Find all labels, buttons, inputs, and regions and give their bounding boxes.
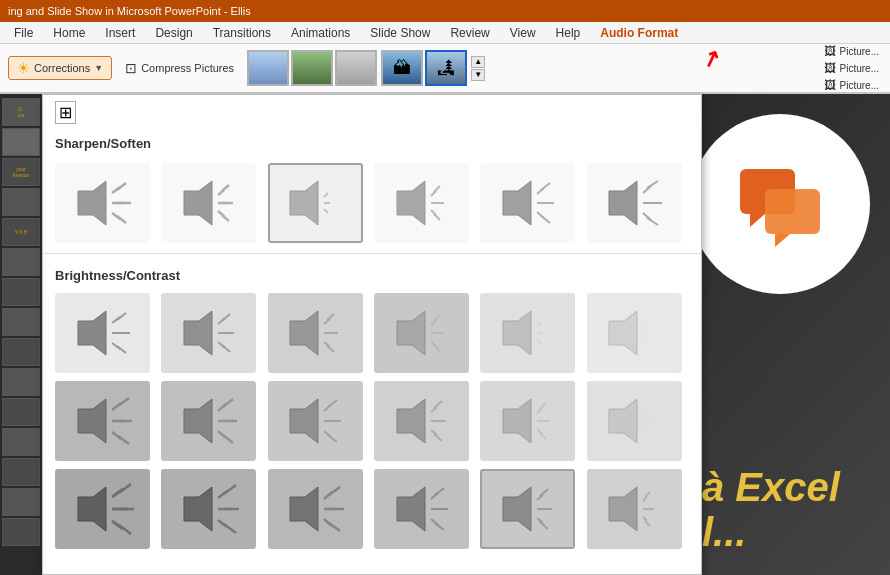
svg-line-36	[647, 181, 658, 188]
picture-icon-3: 🖼	[824, 78, 836, 92]
scroll-up[interactable]: ▲	[471, 56, 485, 68]
svg-marker-14	[290, 181, 318, 225]
bc3-icon-1[interactable]	[161, 469, 256, 549]
compress-icon: ⊡	[125, 60, 137, 76]
scroll-down[interactable]: ▼	[471, 69, 485, 81]
bc3-icon-2[interactable]	[268, 469, 363, 549]
picture-link-1[interactable]: 🖼 Picture...	[821, 43, 882, 59]
thumb-2[interactable]	[291, 50, 333, 86]
bc-icon-0[interactable]	[55, 293, 150, 373]
ss-icon-3[interactable]	[374, 163, 469, 243]
ribbon-right: 🖼 Picture... 🖼 Picture... 🖼 Picture...	[821, 43, 882, 93]
landscape-thumb-container: 🏔 🏞	[381, 50, 467, 86]
slide-thumb-15[interactable]	[2, 518, 40, 546]
svg-line-155	[645, 521, 650, 526]
ss-icon-0[interactable]	[55, 163, 150, 243]
slide-thumb-3[interactable]: yourfinance	[2, 158, 40, 186]
svg-marker-0	[78, 181, 106, 225]
slide-thumb-5[interactable]: Y-S B	[2, 218, 40, 246]
svg-line-13	[222, 215, 229, 221]
menu-bar: File Home Insert Design Transitions Anim…	[0, 22, 890, 44]
slide-thumb-2[interactable]	[2, 128, 40, 156]
bc3-icon-5[interactable]	[587, 469, 682, 549]
slide-thumb-1[interactable]: Gca	[2, 98, 40, 126]
menu-help[interactable]: Help	[546, 22, 591, 43]
red-arrow-indicator: ↗	[698, 44, 724, 75]
ss-icon-2[interactable]	[268, 163, 363, 243]
slide-thumb-14[interactable]	[2, 488, 40, 516]
menu-design[interactable]: Design	[145, 22, 202, 43]
ribbon: ☀ Corrections ▼ ⊡ Compress Pictures 🏔 🏞 …	[0, 44, 890, 94]
corrections-button[interactable]: ☀ Corrections ▼	[8, 56, 112, 80]
svg-marker-46	[184, 311, 212, 355]
svg-marker-128	[290, 487, 318, 531]
ss-icon-1[interactable]	[161, 163, 256, 243]
brightness-grid-row1	[43, 289, 701, 377]
menu-view[interactable]: View	[500, 22, 546, 43]
ss-icon-4[interactable]	[480, 163, 575, 243]
menu-audio-format[interactable]: Audio Format	[590, 22, 688, 43]
menu-slideshow[interactable]: Slide Show	[360, 22, 440, 43]
slide-edit-area: à Excel l...	[702, 94, 890, 575]
slide-thumb-11[interactable]	[2, 398, 40, 426]
bc-icon-5[interactable]	[587, 293, 682, 373]
bc3-icon-3[interactable]	[374, 469, 469, 549]
slide-thumb-7[interactable]	[2, 278, 40, 306]
slide-thumb-13[interactable]	[2, 458, 40, 486]
picture-link-2[interactable]: 🖼 Picture...	[821, 60, 882, 76]
slide-thumb-9[interactable]	[2, 338, 40, 366]
slide-panel: Gca yourfinance Y-S B	[0, 94, 42, 575]
bc2-icon-2[interactable]	[268, 381, 363, 461]
svg-line-109	[540, 433, 546, 439]
landscape-2-selected[interactable]: 🏞	[425, 50, 467, 86]
bc3-icon-4-selected[interactable]	[480, 469, 575, 549]
svg-marker-53	[290, 311, 318, 355]
menu-home[interactable]: Home	[43, 22, 95, 43]
svg-line-15	[324, 193, 328, 197]
bc2-icon-5[interactable]	[587, 381, 682, 461]
slide-thumb-12[interactable]	[2, 428, 40, 456]
svg-marker-75	[78, 399, 106, 443]
title-text: ing and Slide Show in Microsoft PowerPoi…	[8, 5, 251, 17]
svg-line-43	[117, 313, 126, 320]
compress-pictures-button[interactable]: ⊡ Compress Pictures	[116, 56, 243, 80]
svg-line-4	[117, 183, 126, 190]
bc2-icon-1[interactable]	[161, 381, 256, 461]
ss-icon-5[interactable]	[587, 163, 682, 243]
bc3-icon-0[interactable]	[55, 469, 150, 549]
svg-line-45	[117, 346, 126, 353]
thumb-1[interactable]	[247, 50, 289, 86]
slide-thumb-10[interactable]	[2, 368, 40, 396]
menu-insert[interactable]: Insert	[95, 22, 145, 43]
svg-line-95	[328, 435, 337, 442]
bc-icon-2[interactable]	[268, 293, 363, 373]
menu-file[interactable]: File	[4, 22, 43, 43]
slide-thumb-4[interactable]	[2, 188, 40, 216]
svg-line-6	[117, 216, 126, 223]
svg-marker-60	[397, 311, 425, 355]
svg-line-141	[435, 523, 444, 530]
svg-marker-103	[503, 399, 531, 443]
slide-circle	[702, 114, 870, 294]
bc2-icon-0[interactable]	[55, 381, 150, 461]
bc-icon-1[interactable]	[161, 293, 256, 373]
picture-link-3[interactable]: 🖼 Picture...	[821, 77, 882, 93]
landscape-1[interactable]: 🏔	[381, 50, 423, 86]
menu-animations[interactable]: Animations	[281, 22, 360, 43]
svg-line-146	[540, 489, 548, 496]
menu-review[interactable]: Review	[440, 22, 499, 43]
bc-icon-3[interactable]	[374, 293, 469, 373]
svg-line-107	[540, 403, 546, 409]
bc2-icon-3[interactable]	[374, 381, 469, 461]
menu-transitions[interactable]: Transitions	[203, 22, 281, 43]
sharpen-soften-header: Sharpen/Soften	[43, 126, 701, 157]
thumb-3[interactable]	[335, 50, 377, 86]
svg-line-70	[537, 340, 541, 344]
bc-icon-4[interactable]	[480, 293, 575, 373]
svg-marker-114	[78, 487, 106, 531]
brightness-contrast-header: Brightness/Contrast	[43, 258, 701, 289]
slide-thumb-8[interactable]	[2, 308, 40, 336]
svg-line-38	[647, 218, 658, 225]
slide-thumb-6[interactable]	[2, 248, 40, 276]
bc2-icon-4[interactable]	[480, 381, 575, 461]
